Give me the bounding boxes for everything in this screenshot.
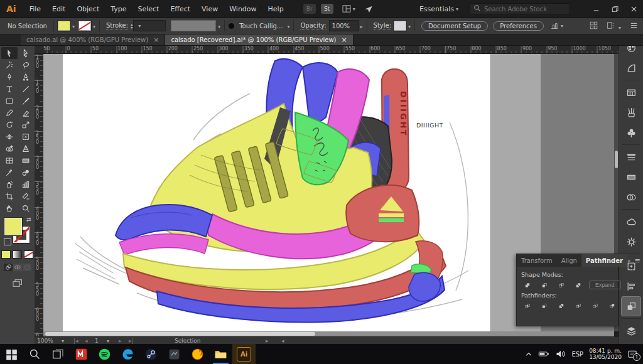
symbol-sprayer-tool[interactable] — [1, 178, 18, 190]
menu-file[interactable]: File — [24, 5, 46, 13]
pathfinder-panel-icon[interactable] — [622, 297, 640, 316]
zoom-tool[interactable] — [18, 202, 34, 214]
mesh-tool[interactable] — [1, 154, 18, 166]
pencil-tool[interactable] — [1, 107, 18, 119]
swatches-panel-icon[interactable] — [622, 83, 640, 102]
width-profile-select[interactable] — [171, 20, 216, 31]
align-panel-icon[interactable] — [622, 277, 640, 296]
gradient-mode-button[interactable] — [13, 250, 22, 259]
type-tool[interactable] — [1, 83, 18, 95]
vertical-ruler[interactable]: 100150200250300350400450500550600650 — [35, 53, 43, 336]
menu-view[interactable]: View — [196, 5, 224, 13]
close-button[interactable] — [624, 1, 643, 17]
menu-effect[interactable]: Effect — [165, 5, 196, 13]
draw-behind-button[interactable] — [13, 264, 22, 271]
panel-tab-align[interactable]: Align — [557, 254, 581, 267]
divide-button[interactable] — [521, 301, 534, 311]
document-tab[interactable]: calsado [Recovered].ai* @ 100% (RGB/GPU … — [165, 34, 353, 45]
menu-edit[interactable]: Edit — [46, 5, 71, 13]
minus-back-button[interactable] — [606, 301, 619, 311]
stock-search[interactable] — [470, 3, 570, 15]
line-segment-tool[interactable] — [18, 83, 34, 95]
trim-button[interactable] — [538, 301, 551, 311]
lasso-tool[interactable] — [18, 59, 34, 71]
draw-normal-button[interactable] — [4, 264, 13, 271]
edge-taskbar-icon[interactable] — [116, 344, 139, 364]
language-indicator[interactable]: ESP — [571, 351, 583, 358]
vertical-scrollbar-thumb[interactable] — [615, 151, 618, 168]
panel-collapse-icon[interactable]: » — [627, 257, 631, 264]
panel-menu-icon[interactable] — [630, 22, 638, 30]
scale-tool[interactable] — [18, 119, 34, 131]
share-icon[interactable] — [364, 5, 373, 13]
steam-taskbar-icon[interactable] — [139, 344, 163, 364]
blend-tool[interactable] — [18, 166, 34, 178]
merge-button[interactable] — [555, 301, 568, 311]
task-view-taskbar-icon[interactable] — [46, 344, 70, 364]
perspective-grid-tool[interactable] — [18, 142, 34, 154]
tab-close-icon[interactable] — [341, 36, 347, 44]
minus-front-button[interactable] — [538, 280, 551, 290]
document-tab[interactable]: calsado.ai @ 400% (RGB/GPU Preview) — [21, 34, 165, 45]
selection-tool[interactable] — [1, 47, 18, 59]
minimize-button[interactable] — [586, 1, 605, 17]
brushes-panel-icon[interactable] — [622, 103, 640, 122]
outline-button[interactable] — [589, 301, 602, 311]
expand-button[interactable]: Expand — [589, 281, 621, 289]
layers-panel-icon[interactable] — [622, 321, 640, 340]
stock-badge[interactable]: St — [321, 4, 333, 14]
style-swatch[interactable] — [394, 21, 406, 31]
workspace-switcher[interactable]: Essentials — [419, 5, 458, 13]
draw-inside-button[interactable] — [23, 264, 31, 271]
style-chevron[interactable] — [406, 23, 411, 29]
horizontal-ruler[interactable]: -500501001502002503003504004505005506006… — [43, 45, 619, 54]
transparency-panel-icon[interactable] — [622, 188, 640, 206]
layout-switcher-icon[interactable] — [342, 5, 355, 13]
clock[interactable]: 08:41 p. m. 13/05/2020 — [589, 348, 622, 360]
pen-tool[interactable] — [1, 71, 18, 83]
ruler-origin-corner[interactable] — [35, 45, 43, 54]
menu-object[interactable]: Object — [71, 5, 105, 13]
width-profile-chevron[interactable] — [216, 23, 220, 29]
stroke-weight-label[interactable]: Stroke: — [106, 22, 128, 29]
search-taskbar-icon[interactable] — [23, 344, 46, 364]
utility-taskbar-icon[interactable] — [163, 344, 186, 364]
artboard[interactable]: DIIIGHT — [63, 53, 490, 331]
brush-name[interactable]: Touch Callig... — [239, 23, 283, 29]
swap-fill-stroke-icon[interactable]: ⇄ — [26, 217, 31, 223]
screen-mode-button[interactable] — [0, 279, 35, 287]
stroke-stepper[interactable]: ▴▾ — [131, 23, 132, 29]
menu-type[interactable]: Type — [105, 5, 132, 13]
curvature-tool[interactable] — [18, 71, 34, 83]
width-tool[interactable] — [1, 131, 18, 142]
symbols-panel-icon[interactable] — [622, 123, 640, 142]
action-center-icon[interactable]: 1 — [627, 350, 638, 359]
crop-button[interactable] — [572, 301, 585, 311]
start-taskbar-icon[interactable] — [0, 344, 23, 364]
none-mode-button[interactable] — [24, 250, 33, 259]
search-input[interactable] — [483, 5, 561, 13]
stroke-swatch-chevron[interactable] — [91, 23, 95, 29]
fill-swatch-chevron[interactable] — [70, 23, 75, 29]
document-setup-button[interactable]: Document Setup — [421, 21, 488, 31]
paintbrush-tool[interactable] — [18, 95, 34, 107]
preferences-button[interactable]: Preferences — [493, 21, 544, 31]
stroke-panel-icon[interactable] — [622, 147, 640, 166]
spotify-taskbar-icon[interactable] — [93, 344, 116, 364]
exclude-button[interactable] — [572, 280, 585, 290]
hand-tool[interactable] — [1, 202, 18, 214]
gradient-panel-icon[interactable] — [622, 168, 640, 186]
free-transform-tool[interactable] — [18, 131, 34, 142]
fill-swatch[interactable] — [58, 21, 70, 31]
gradient-tool[interactable] — [18, 154, 34, 166]
panel-tab-pathfinder[interactable]: Pathfinder — [581, 254, 627, 267]
tray-expand-icon[interactable] — [525, 351, 532, 357]
firefox-taskbar-icon[interactable] — [186, 344, 209, 364]
fill-color-well[interactable] — [4, 218, 22, 235]
color-guide-panel-icon[interactable] — [622, 58, 640, 77]
eraser-tool[interactable] — [18, 107, 34, 119]
intersect-button[interactable] — [555, 280, 568, 290]
opacity-chevron[interactable] — [359, 23, 363, 29]
bridge-badge[interactable]: Br — [303, 4, 316, 14]
slice-tool[interactable] — [18, 190, 34, 202]
